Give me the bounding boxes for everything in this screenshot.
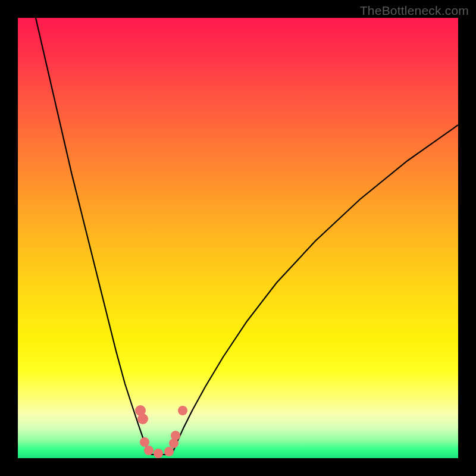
marker-dot [137,414,148,424]
marker-dot [164,447,174,456]
watermark-text: TheBottleneck.com [360,4,469,18]
marker-dot [178,406,187,415]
marker-dot [154,449,163,458]
chart-area [18,18,458,458]
markers [135,405,187,458]
marker-dot [144,446,154,455]
left-curve [36,18,151,455]
marker-dot [171,431,180,440]
right-curve [171,125,458,455]
marker-dot [140,437,149,447]
curve-layer [18,18,458,458]
